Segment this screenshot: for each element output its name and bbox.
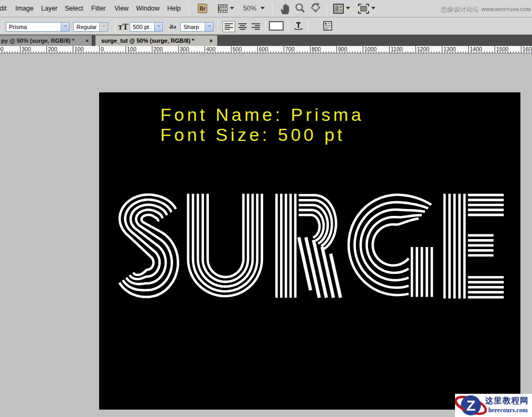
svg-text:1400: 1400 [470,46,482,52]
svg-text:300: 300 [180,46,189,52]
svg-text:100: 100 [127,46,137,52]
svg-text:400: 400 [206,46,216,52]
svg-text:200: 200 [153,46,163,52]
svg-text:herecours.com: herecours.com [488,406,528,414]
svg-text:300: 300 [22,46,31,52]
svg-text:600: 600 [259,46,268,52]
svg-text:700: 700 [285,46,295,52]
svg-text:1600: 1600 [523,46,532,52]
svg-text:800: 800 [312,46,321,52]
svg-text:900: 900 [338,46,347,52]
svg-text:400: 400 [0,46,4,52]
svg-text:1100: 1100 [391,46,403,52]
svg-text:0: 0 [101,46,104,52]
svg-text:500: 500 [233,46,242,52]
svg-text:这里教程网: 这里教程网 [485,396,529,405]
svg-text:100: 100 [74,46,84,52]
svg-text:1500: 1500 [496,46,509,52]
svg-text:1300: 1300 [443,46,456,52]
svg-text:1000: 1000 [364,46,377,52]
svg-text:Z: Z [466,397,475,414]
svg-text:1200: 1200 [417,46,430,52]
svg-text:200: 200 [48,46,57,52]
